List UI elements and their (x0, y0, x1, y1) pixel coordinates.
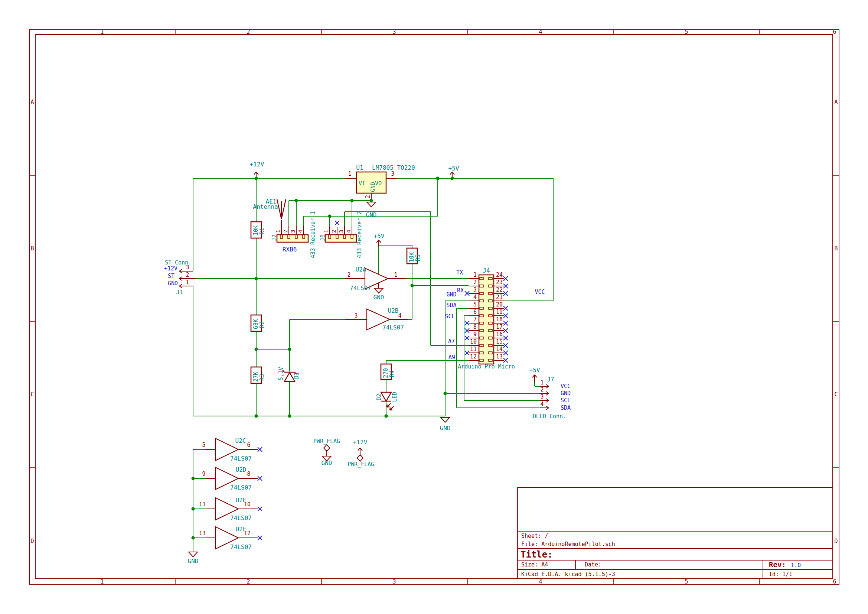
pin-number[interactable]: 6 (473, 309, 477, 316)
net-label[interactable]: SCL (561, 397, 570, 404)
component-text[interactable]: 433 Receiver 1 (310, 211, 316, 258)
pin-number[interactable]: 4 (540, 401, 544, 407)
pin-number[interactable]: 2 (347, 272, 350, 278)
gnd-symbol[interactable] (367, 202, 376, 207)
pin-number[interactable]: 12 (244, 530, 251, 537)
power-symbol-+12V[interactable] (358, 448, 362, 455)
junction-dot[interactable] (255, 177, 258, 180)
pin-number[interactable]: 19 (496, 309, 503, 316)
pin-number[interactable]: 18 (496, 316, 503, 323)
component-text[interactable]: R2 (259, 321, 265, 328)
component-text[interactable]: D2 (376, 394, 382, 400)
component-text[interactable]: GND (440, 424, 451, 432)
gnd-symbol[interactable] (374, 288, 383, 293)
junction-dot[interactable] (255, 348, 258, 351)
component-text[interactable]: +12V (353, 439, 367, 446)
component-text[interactable]: GND (188, 558, 198, 564)
schematic-canvas[interactable]: 112233445566AABBCCDDSheet: /File: Arduin… (0, 0, 868, 614)
component-text[interactable]: LED (391, 392, 398, 402)
junction-dot[interactable] (288, 348, 291, 351)
junction-dot[interactable] (444, 392, 447, 395)
component-text[interactable]: +5V (529, 367, 540, 374)
component-text[interactable]: 270 (382, 368, 389, 378)
device-graphic[interactable] (281, 199, 286, 219)
junction-dot[interactable] (255, 277, 258, 280)
component-text[interactable]: 74LS07 (382, 324, 404, 331)
component-text[interactable]: 27K (253, 372, 259, 382)
component-text[interactable]: GND (370, 182, 377, 192)
power-symbol-+5V[interactable] (532, 375, 537, 382)
pin-number[interactable]: 22 (496, 286, 503, 293)
pin-number[interactable]: 23 (496, 279, 503, 286)
pin-number[interactable]: 1 (186, 279, 189, 286)
pin-number[interactable]: 1 (275, 230, 281, 233)
component-text[interactable]: U2A (356, 266, 366, 273)
net-label[interactable]: VCC (535, 289, 545, 295)
pin-number[interactable]: 2 (540, 386, 544, 393)
pin-number[interactable]: 3 (354, 312, 358, 319)
junction-dot[interactable] (411, 284, 414, 288)
net-label[interactable]: SDA (561, 404, 570, 411)
component-text[interactable]: U2C (236, 437, 246, 444)
component-text[interactable]: D1 (293, 372, 300, 379)
pin-number[interactable]: 9 (202, 471, 205, 477)
component-text[interactable]: 74LS07 (230, 455, 252, 462)
gnd-symbol[interactable] (441, 418, 450, 422)
pin-number[interactable]: 13 (199, 530, 206, 537)
pin-number[interactable]: 3 (338, 230, 344, 233)
component-text[interactable]: J6 (319, 235, 326, 241)
component-text[interactable]: 10K (253, 225, 259, 235)
junction-dot[interactable] (192, 477, 195, 480)
component-text[interactable]: PWR_FLAG (313, 438, 340, 445)
pin-number[interactable]: 1 (473, 272, 477, 278)
component-text[interactable]: PWR_FLAG (347, 461, 374, 468)
pin-number[interactable]: 15 (496, 338, 503, 345)
pin-number[interactable]: 10 (244, 501, 251, 508)
diode-symbol[interactable] (381, 392, 391, 401)
component-text[interactable]: +5V (448, 165, 459, 172)
pin-number[interactable]: 2 (282, 230, 288, 233)
pin-number[interactable]: 4 (298, 230, 303, 233)
pin-number[interactable]: 14 (496, 346, 503, 353)
pin-number[interactable]: 3 (540, 393, 544, 400)
pin-number[interactable]: 2 (331, 230, 337, 233)
no-connect-x[interactable] (258, 447, 262, 452)
net-label[interactable]: RX (457, 287, 464, 294)
pin-number[interactable]: 2 (364, 195, 371, 198)
pin-number[interactable]: 2 (186, 272, 189, 278)
component-text[interactable]: R1 (259, 228, 265, 235)
junction-dot[interactable] (192, 536, 195, 540)
no-connect-x[interactable] (258, 507, 262, 511)
pin-number[interactable]: 3 (473, 286, 477, 293)
junction-dot[interactable] (192, 507, 195, 511)
pin-number[interactable]: 3 (391, 171, 394, 177)
component-text[interactable]: +12V (250, 161, 264, 168)
component-text[interactable]: U2B (388, 307, 399, 314)
pin-number[interactable]: 16 (496, 331, 503, 338)
pin-number[interactable]: 3 (290, 230, 296, 233)
pin-number[interactable]: 5 (202, 441, 205, 448)
net-label[interactable]: SCL (445, 313, 455, 320)
net-label[interactable]: ST (168, 273, 175, 279)
pin-number[interactable]: 4 (473, 294, 477, 300)
no-connect-x[interactable] (335, 221, 339, 225)
pin-number[interactable]: 5 (473, 301, 477, 308)
net-label[interactable]: RXB6 (282, 246, 297, 253)
net-label[interactable]: SDA (446, 302, 456, 309)
net-label[interactable]: VCC (561, 383, 570, 390)
component-text[interactable]: GND (374, 294, 384, 301)
device-graphic[interactable] (387, 404, 387, 407)
component-text[interactable]: 74LS07 (230, 543, 252, 550)
pin-number[interactable]: 10 (470, 338, 477, 345)
power-symbol-+5V[interactable] (377, 240, 381, 247)
J4-arduino-pro-micro-body[interactable] (479, 275, 494, 364)
pin-number[interactable]: 1 (323, 230, 329, 233)
pin-number[interactable]: 4 (398, 312, 401, 319)
component-text[interactable]: U2D (236, 466, 246, 473)
net-label[interactable]: A7 (448, 338, 455, 345)
component-text[interactable]: OLED Conn. (533, 413, 566, 420)
component-text[interactable]: 433 Receiver 2 (356, 211, 363, 258)
pin-number[interactable]: 12 (470, 353, 477, 360)
component-text[interactable]: R5 (415, 255, 422, 261)
component-text[interactable]: U1 (356, 164, 363, 171)
